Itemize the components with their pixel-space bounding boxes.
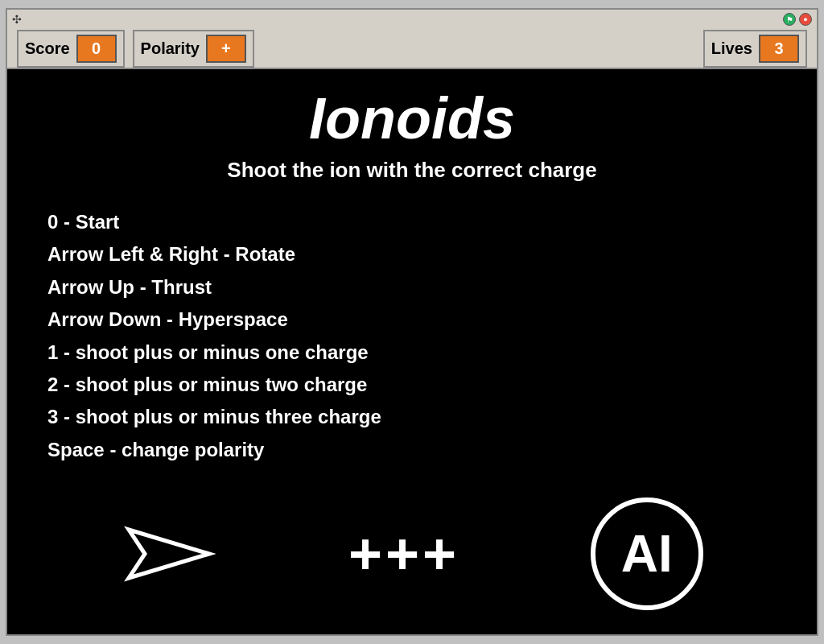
instruction-3: Arrow Down - Hyperspace xyxy=(47,304,785,335)
close-icon: ● xyxy=(803,15,807,23)
score-value: 0 xyxy=(76,35,117,63)
title-bar: ✣ ⚑ ● xyxy=(7,10,817,29)
title-bar-controls: ⚑ ● xyxy=(783,13,812,26)
plus-charge-graphic: +++ xyxy=(348,521,459,587)
ai-label: AI xyxy=(621,524,673,584)
lives-value: 3 xyxy=(759,35,799,63)
instruction-6: 3 - shoot plus or minus three charge xyxy=(47,402,785,432)
game-title: Ionoids xyxy=(309,85,515,151)
score-label: Score xyxy=(25,39,70,58)
close-button[interactable]: ● xyxy=(799,13,812,26)
instructions: 0 - Start Arrow Left & Right - Rotate Ar… xyxy=(39,207,785,467)
instruction-0: 0 - Start xyxy=(47,207,785,237)
hud-bar: Score 0 Polarity + Lives 3 xyxy=(7,29,817,69)
game-subtitle: Shoot the ion with the correct charge xyxy=(227,158,596,183)
svg-marker-0 xyxy=(129,530,209,578)
bottom-area: +++ AI xyxy=(7,497,817,610)
instruction-2: Arrow Up - Thrust xyxy=(47,272,785,303)
ai-circle-graphic: AI xyxy=(591,497,703,610)
ship-graphic xyxy=(121,514,217,594)
polarity-group: Polarity + xyxy=(133,30,254,68)
score-group: Score 0 xyxy=(17,30,125,68)
lives-label: Lives xyxy=(711,39,752,58)
lives-group: Lives 3 xyxy=(703,30,807,68)
polarity-label: Polarity xyxy=(141,39,200,58)
instruction-7: Space - change polarity xyxy=(47,435,785,465)
title-bar-left: ✣ xyxy=(12,13,22,26)
maximize-button[interactable]: ⚑ xyxy=(783,13,796,26)
instruction-4: 1 - shoot plus or minus one charge xyxy=(47,337,785,368)
window-icon: ✣ xyxy=(12,13,22,26)
flag-icon: ⚑ xyxy=(786,15,793,24)
game-window: ✣ ⚑ ● Score 0 Polarity + Lives 3 Ionoids… xyxy=(6,8,818,636)
instruction-5: 2 - shoot plus or minus two charge xyxy=(47,369,785,400)
instruction-1: Arrow Left & Right - Rotate xyxy=(47,239,785,270)
polarity-value: + xyxy=(206,35,246,63)
game-area: Ionoids Shoot the ion with the correct c… xyxy=(7,69,817,634)
